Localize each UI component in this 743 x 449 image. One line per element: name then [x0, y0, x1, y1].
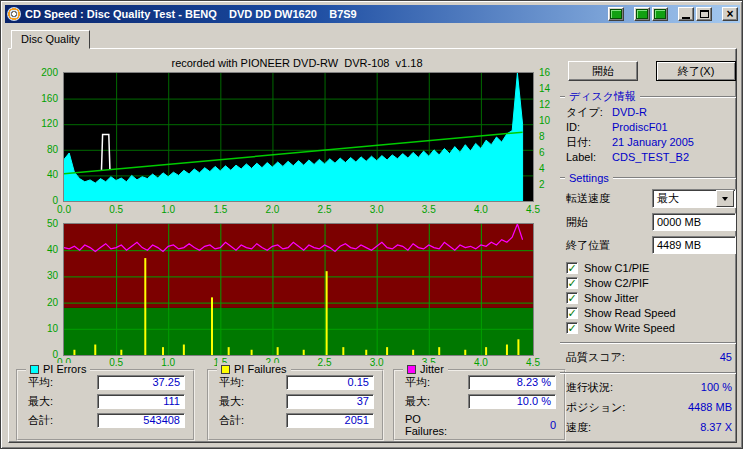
- po-failures-label: PO Failures:: [405, 413, 464, 437]
- checkbox-show-write-speed-label: Show Write Speed: [584, 322, 675, 334]
- green-tool-icon: [610, 9, 622, 19]
- maximize-button[interactable]: [696, 7, 712, 21]
- pi-errors-speed-chart: [64, 73, 533, 201]
- avg-label: 平均:: [28, 375, 97, 390]
- pi-failures-avg-value: 0.15: [286, 375, 374, 390]
- minimize-button[interactable]: [678, 7, 694, 21]
- axis-tick-label: 120: [41, 118, 58, 130]
- speed-row: 速度:8.37 X: [566, 421, 734, 434]
- position-row: ポジション:4488 MB: [566, 401, 734, 414]
- pi-errors-max-value: 111: [97, 394, 185, 409]
- axis-tick-label: 10: [539, 115, 550, 127]
- checkbox-show-c2-pif-label: Show C2/PIF: [584, 277, 649, 289]
- max-label: 最大:: [219, 394, 286, 409]
- titlebar-tool-button-1[interactable]: [608, 7, 624, 21]
- checkbox-show-write-speed[interactable]: [566, 322, 578, 334]
- avg-label: 平均:: [405, 375, 468, 390]
- titlebar-tool-button-3[interactable]: [652, 7, 668, 21]
- axis-tick-label: 8: [539, 131, 545, 143]
- x-axis-pi-failures: 0.00.51.01.52.02.53.03.54.04.5: [64, 357, 533, 369]
- axis-tick-label: 0.0: [50, 204, 78, 216]
- axis-tick-label: 2.5: [311, 357, 339, 369]
- app-icon: [7, 7, 21, 21]
- transfer-speed-select[interactable]: 最大: [652, 189, 736, 208]
- settings-section-header: Settings: [560, 172, 736, 184]
- disc-date-row: 日付:21 January 2005: [566, 136, 736, 149]
- checkbox-show-c1-pie[interactable]: [566, 262, 578, 274]
- maximize-icon: [700, 10, 709, 18]
- axis-tick-label: 2.5: [311, 204, 339, 216]
- pi-errors-stats-title: PI Errors: [43, 363, 86, 375]
- axis-tick-label: 20: [47, 297, 58, 309]
- quality-score-row: 品質スコア: 45: [566, 351, 734, 364]
- close-button[interactable]: ×: [722, 7, 738, 21]
- axis-tick-label: 4.0: [467, 357, 495, 369]
- axis-tick-label: 3.0: [363, 204, 391, 216]
- axis-tick-label: 4.5: [519, 204, 547, 216]
- axis-tick-label: 2: [539, 179, 545, 191]
- position-value: 4488 MB: [625, 401, 734, 414]
- titlebar-tool-button-2[interactable]: [634, 7, 650, 21]
- disc-info-section-header: ディスク情報: [560, 89, 736, 104]
- pi-errors-legend-swatch: [30, 365, 39, 374]
- start-button[interactable]: 開始: [568, 61, 638, 81]
- axis-tick-label: 4.0: [467, 204, 495, 216]
- axis-tick-label: 2.0: [258, 204, 286, 216]
- close-icon: ×: [726, 8, 733, 20]
- pi-failures-legend-swatch: [221, 365, 230, 374]
- pi-errors-avg-value: 37.25: [97, 375, 185, 390]
- checkbox-show-jitter[interactable]: [566, 292, 578, 304]
- axis-tick-label: 1.0: [154, 357, 182, 369]
- transfer-speed-label: 転送速度: [566, 191, 652, 206]
- green-tool-icon: [636, 9, 648, 19]
- po-failures-value: 0: [464, 419, 556, 431]
- axis-tick-label: 6: [539, 147, 545, 159]
- speed-value: 8.37 X: [591, 421, 734, 434]
- titlebar[interactable]: CD Speed : Disc Quality Test - BENQ DVD …: [5, 5, 740, 23]
- y-axis-left-pi-errors: 04080120160200: [23, 73, 61, 201]
- end-position-label: 終了位置: [566, 238, 652, 253]
- max-label: 最大:: [28, 394, 97, 409]
- checkbox-show-c1-pie-label: Show C1/PIE: [584, 262, 649, 274]
- pi-errors-total-value: 543408: [97, 413, 185, 428]
- pi-failures-jitter-chart: [64, 224, 533, 355]
- y-axis-right-speed: 246810121416: [536, 73, 562, 201]
- axis-tick-label: 1.5: [206, 204, 234, 216]
- progress-value: 100 %: [613, 381, 734, 394]
- axis-tick-label: 0.5: [102, 204, 130, 216]
- axis-tick-label: 160: [41, 93, 58, 105]
- axis-tick-label: 10: [47, 323, 58, 335]
- checkbox-show-jitter-label: Show Jitter: [584, 292, 638, 304]
- main-panel: recorded with PIONEER DVD-RW DVR-108 v1.…: [8, 48, 737, 443]
- jitter-stats-box: Jitter 平均:8.23 % 最大:10.0 % PO Failures:0: [393, 369, 566, 441]
- axis-tick-label: 0.5: [102, 357, 130, 369]
- axis-tick-label: 3.5: [415, 204, 443, 216]
- window-title: CD Speed : Disc Quality Test - BENQ DVD …: [25, 8, 606, 20]
- axis-tick-label: 4.5: [519, 357, 547, 369]
- green-tool-icon: [654, 9, 666, 19]
- disc-id-value: ProdiscF01: [612, 121, 668, 134]
- start-position-field[interactable]: 0000 MB: [652, 213, 736, 231]
- disc-date-value: 21 January 2005: [612, 136, 694, 149]
- end-position-field[interactable]: 4489 MB: [652, 236, 736, 254]
- divider: [560, 342, 736, 344]
- exit-button[interactable]: 終了(X): [656, 61, 736, 81]
- tab-disc-quality[interactable]: Disc Quality: [11, 30, 90, 49]
- jitter-legend-swatch: [407, 365, 416, 374]
- divider: [560, 372, 736, 374]
- chevron-down-icon[interactable]: [716, 190, 734, 207]
- progress-row: 進行状況:100 %: [566, 381, 734, 394]
- axis-tick-label: 50: [47, 218, 58, 230]
- axis-tick-label: 4: [539, 163, 545, 175]
- max-label: 最大:: [405, 394, 468, 409]
- checkbox-show-c2-pif[interactable]: [566, 277, 578, 289]
- axis-tick-label: 30: [47, 270, 58, 282]
- pi-failures-max-value: 37: [286, 394, 374, 409]
- axis-tick-label: 14: [539, 83, 550, 95]
- axis-tick-label: 3.0: [363, 357, 391, 369]
- disc-id-row: ID:ProdiscF01: [566, 121, 736, 134]
- disc-label-row: Label:CDS_TEST_B2: [566, 151, 736, 164]
- checkbox-show-read-speed[interactable]: [566, 307, 578, 319]
- jitter-stats-title: Jitter: [420, 363, 444, 375]
- start-position-label: 開始: [566, 215, 652, 230]
